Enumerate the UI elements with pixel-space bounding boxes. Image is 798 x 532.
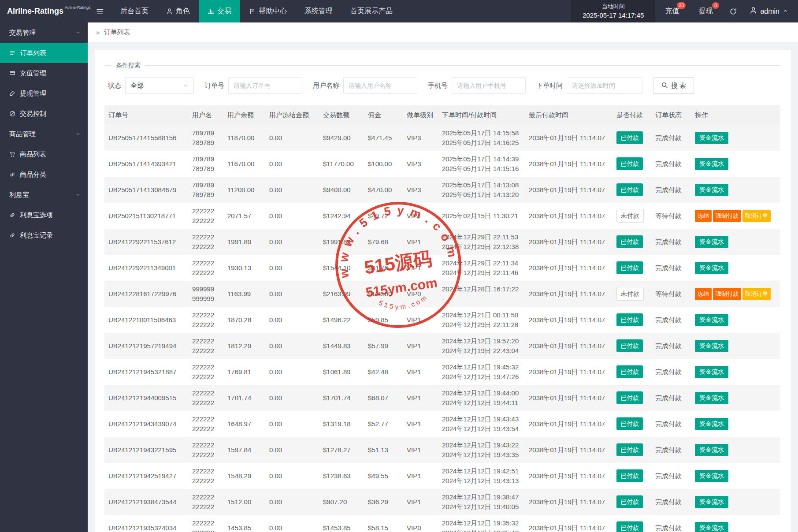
force-pay-button[interactable]: 强制付款 bbox=[713, 210, 741, 222]
username-cell: 222222222222 bbox=[188, 359, 223, 385]
order-time-cell: 2024年12月12日 19:42:512024年12月12日 19:43:13 bbox=[438, 463, 525, 489]
sidebar-item-product-category[interactable]: 商品分类 bbox=[0, 164, 88, 185]
status-select[interactable]: 全部 bbox=[125, 77, 194, 94]
balance-cell: 1930.13 bbox=[223, 255, 265, 281]
commission-cell: $36.29 bbox=[364, 489, 403, 515]
sidebar-item-product-list[interactable]: 商品列表 bbox=[0, 144, 88, 164]
paid-status-badge: 已付款 bbox=[616, 339, 643, 352]
trade-amount-cell: $2163.99 bbox=[319, 281, 364, 307]
vip-level-cell: VIP1 bbox=[403, 359, 438, 385]
vip-level-cell: VIP3 bbox=[403, 177, 438, 203]
local-time-value: 2025-05-17 14:17:45 bbox=[583, 11, 644, 21]
username-filter-label: 用户名称 bbox=[313, 82, 339, 90]
flag-icon bbox=[249, 8, 256, 15]
username-input[interactable] bbox=[343, 77, 417, 94]
force-pay-button[interactable]: 强制付款 bbox=[713, 288, 741, 300]
order-row: UB24122922113490012222222222221930.130.0… bbox=[104, 255, 780, 281]
order-time-cell: 2024年12月12日 19:45:322024年12月12日 19:47:26 bbox=[438, 359, 525, 385]
actions-cell: 资金流水 bbox=[691, 125, 780, 151]
order-time-input[interactable] bbox=[567, 77, 642, 94]
sidebar-item-recharge-manage[interactable]: 充值管理 bbox=[0, 63, 88, 83]
username-cell: 789789789789 bbox=[188, 177, 223, 203]
balance-cell: 11200.00 bbox=[223, 177, 265, 203]
cancel-order-button[interactable]: 取消订单 bbox=[742, 288, 771, 300]
vip-level-cell: VIP3 bbox=[403, 151, 438, 177]
sidebar-item-lixibao[interactable]: 利息宝 bbox=[0, 185, 88, 205]
nav-item-label: 角色 bbox=[176, 7, 190, 16]
nav-item-system[interactable]: 系统管理 bbox=[296, 0, 341, 22]
paid-status-badge: 已付款 bbox=[616, 495, 643, 508]
paid-status-badge: 已付款 bbox=[616, 443, 643, 456]
admin-menu[interactable]: admin bbox=[744, 0, 798, 22]
card-icon bbox=[9, 70, 15, 76]
fund-flow-button[interactable]: 资金流水 bbox=[695, 392, 728, 404]
local-time-label: 当地时间 bbox=[602, 2, 625, 11]
fund-flow-button[interactable]: 资金流水 bbox=[695, 366, 728, 378]
order-row: UB24121219384735442222222222221512.000.0… bbox=[104, 489, 780, 515]
vip-level-cell: VIP0 bbox=[403, 515, 438, 532]
frozen-amount-cell: 0.00 bbox=[265, 307, 319, 333]
commission-cell: $58.15 bbox=[364, 515, 403, 532]
fund-flow-button[interactable]: 资金流水 bbox=[695, 262, 728, 274]
withdraw-nav-button[interactable]: 提现 0 bbox=[689, 0, 722, 22]
order-time-cell: 2024年12月21日 00:11:502024年12月29日 22:11:28 bbox=[438, 307, 525, 333]
fund-flow-button[interactable]: 资金流水 bbox=[695, 418, 728, 430]
column-header: 佣金 bbox=[364, 105, 403, 125]
sidebar-item-label: 订单列表 bbox=[20, 49, 46, 57]
fund-flow-button[interactable]: 资金流水 bbox=[695, 236, 728, 248]
brand-subtitle: Airline-Ratings bbox=[65, 5, 91, 10]
order-no-cell: UB2412292211537612 bbox=[104, 229, 188, 255]
phone-input[interactable] bbox=[452, 77, 526, 94]
person-icon bbox=[750, 7, 757, 14]
sidebar-item-trade-manage[interactable]: 交易管理 bbox=[0, 22, 88, 43]
frozen-amount-cell: 0.00 bbox=[265, 333, 319, 359]
sidebar-item-trade-control[interactable]: 交易控制 bbox=[0, 104, 88, 124]
control-icon bbox=[9, 111, 15, 117]
search-button[interactable]: 搜 索 bbox=[653, 77, 694, 94]
tool-icon bbox=[9, 90, 15, 97]
sidebar-item-withdraw-manage[interactable]: 提现管理 bbox=[0, 83, 88, 104]
fund-flow-button[interactable]: 资金流水 bbox=[695, 470, 728, 482]
fund-flow-button[interactable]: 资金流水 bbox=[695, 340, 728, 352]
fund-flow-button[interactable]: 资金流水 bbox=[695, 314, 728, 326]
fund-flow-button[interactable]: 资金流水 bbox=[695, 444, 728, 456]
fund-flow-button[interactable]: 资金流水 bbox=[695, 132, 728, 144]
paid-status-badge: 已付款 bbox=[616, 417, 643, 430]
fund-flow-button[interactable]: 资金流水 bbox=[695, 158, 728, 170]
refresh-button[interactable] bbox=[722, 0, 744, 22]
menu-toggle-button[interactable] bbox=[88, 0, 111, 22]
frozen-amount-cell: 0.00 bbox=[265, 203, 319, 229]
navbar-menu: 后台首页角色交易帮助中心系统管理首页展示产品 bbox=[111, 0, 401, 22]
paid-cell: 已付款 bbox=[612, 255, 651, 281]
freeze-button[interactable]: 冻结 bbox=[695, 288, 712, 300]
trade-amount-cell: $9400.00 bbox=[319, 177, 364, 203]
cancel-order-button[interactable]: 取消订单 bbox=[742, 210, 771, 222]
column-header: 交易数额 bbox=[319, 105, 364, 125]
order-no-input[interactable] bbox=[228, 77, 302, 94]
recharge-nav-button[interactable]: 充值 23 bbox=[655, 0, 689, 22]
balance-cell: 1991.89 bbox=[223, 229, 265, 255]
nav-item-home-products[interactable]: 首页展示产品 bbox=[341, 0, 401, 22]
nav-item-dashboard[interactable]: 后台首页 bbox=[111, 0, 157, 22]
nav-item-trade[interactable]: 交易 bbox=[199, 0, 240, 22]
balance-cell: 1701.74 bbox=[223, 385, 265, 411]
content-area: 条件搜索 状态 全部 订单号 用户名称 bbox=[88, 43, 798, 532]
nav-item-help-center[interactable]: 帮助中心 bbox=[240, 0, 296, 22]
fund-flow-button[interactable]: 资金流水 bbox=[695, 522, 728, 532]
sidebar-item-label: 利息宝 bbox=[9, 191, 29, 199]
nav-item-roles[interactable]: 角色 bbox=[157, 0, 199, 22]
paid-cell: 已付款 bbox=[612, 333, 651, 359]
fund-flow-button[interactable]: 资金流水 bbox=[695, 496, 728, 508]
sidebar-item-lixibao-records[interactable]: 利息宝记录 bbox=[0, 225, 88, 246]
actions-cell: 资金流水 bbox=[691, 255, 780, 281]
last-pay-time-cell: 2038年01月19日 11:14:07 bbox=[525, 359, 612, 385]
fund-flow-button[interactable]: 资金流水 bbox=[695, 184, 728, 196]
frozen-amount-cell: 0.00 bbox=[265, 385, 319, 411]
balance-cell: 1648.97 bbox=[223, 411, 265, 437]
sidebar-item-order-list[interactable]: 订单列表 bbox=[0, 43, 88, 63]
freeze-button[interactable]: 冻结 bbox=[695, 210, 712, 222]
sidebar-item-lixibao-options[interactable]: 利息宝选项 bbox=[0, 205, 88, 225]
sidebar-item-product-manage[interactable]: 商品管理 bbox=[0, 124, 88, 144]
top-navbar: Airline-Ratings Airline-Ratings 后台首页角色交易… bbox=[0, 0, 798, 22]
column-header: 用户余额 bbox=[223, 105, 265, 125]
